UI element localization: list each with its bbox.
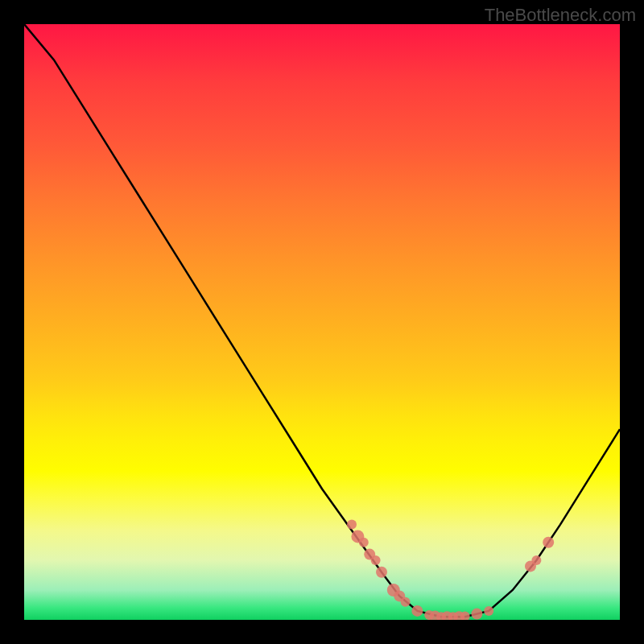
data-markers (347, 520, 554, 620)
data-point (359, 538, 369, 547)
chart-container (24, 24, 620, 620)
chart-svg (24, 24, 620, 620)
data-point (531, 555, 541, 565)
data-point (543, 537, 554, 548)
data-point (371, 555, 381, 565)
watermark-text: TheBottleneck.com (485, 5, 636, 26)
data-point (347, 520, 357, 530)
data-point (484, 606, 493, 616)
data-point (401, 597, 411, 607)
data-point (471, 609, 482, 620)
data-point (376, 567, 387, 578)
data-point (411, 605, 423, 617)
bottleneck-curve (24, 24, 620, 617)
